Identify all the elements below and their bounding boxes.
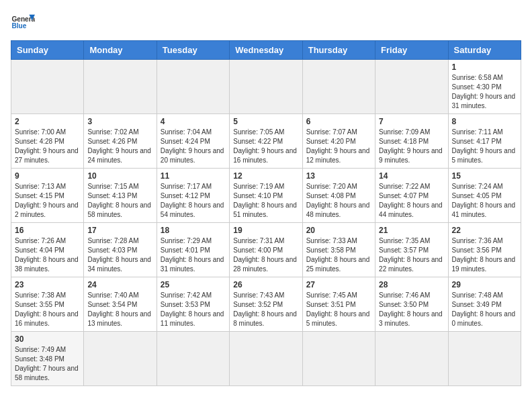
- day-header-monday: Monday: [84, 41, 157, 60]
- day-info: Sunrise: 7:20 AM Sunset: 4:08 PM Dayligh…: [306, 182, 371, 220]
- day-number: 21: [379, 226, 444, 235]
- calendar-cell: 14Sunrise: 7:22 AM Sunset: 4:07 PM Dayli…: [375, 169, 448, 223]
- day-info: Sunrise: 6:58 AM Sunset: 4:30 PM Dayligh…: [452, 73, 517, 111]
- day-info: Sunrise: 7:42 AM Sunset: 3:53 PM Dayligh…: [161, 291, 226, 328]
- calendar-cell: [11, 60, 84, 114]
- day-info: Sunrise: 7:02 AM Sunset: 4:26 PM Dayligh…: [87, 128, 152, 165]
- day-header-tuesday: Tuesday: [157, 41, 229, 60]
- calendar-cell: [84, 60, 157, 114]
- day-number: 12: [233, 171, 298, 181]
- day-number: 5: [233, 117, 298, 126]
- day-info: Sunrise: 7:22 AM Sunset: 4:07 PM Dayligh…: [379, 182, 444, 220]
- day-number: 29: [452, 280, 517, 289]
- day-info: Sunrise: 7:26 AM Sunset: 4:04 PM Dayligh…: [15, 236, 80, 274]
- calendar-cell: 10Sunrise: 7:15 AM Sunset: 4:13 PM Dayli…: [84, 169, 157, 223]
- day-number: 19: [233, 226, 298, 235]
- day-info: Sunrise: 7:48 AM Sunset: 3:49 PM Dayligh…: [452, 291, 517, 328]
- day-info: Sunrise: 7:45 AM Sunset: 3:51 PM Dayligh…: [306, 291, 371, 328]
- calendar-cell: 24Sunrise: 7:40 AM Sunset: 3:54 PM Dayli…: [84, 277, 157, 332]
- calendar-cell: 7Sunrise: 7:09 AM Sunset: 4:18 PM Daylig…: [375, 114, 448, 169]
- calendar-cell: 17Sunrise: 7:28 AM Sunset: 4:03 PM Dayli…: [84, 223, 157, 277]
- day-info: Sunrise: 7:00 AM Sunset: 4:28 PM Dayligh…: [15, 128, 80, 165]
- day-info: Sunrise: 7:43 AM Sunset: 3:52 PM Dayligh…: [233, 291, 298, 328]
- calendar-cell: 27Sunrise: 7:45 AM Sunset: 3:51 PM Dayli…: [302, 277, 375, 332]
- day-info: Sunrise: 7:15 AM Sunset: 4:13 PM Dayligh…: [87, 182, 152, 220]
- day-info: Sunrise: 7:13 AM Sunset: 4:15 PM Dayligh…: [15, 182, 80, 220]
- day-info: Sunrise: 7:11 AM Sunset: 4:17 PM Dayligh…: [452, 128, 517, 165]
- calendar-cell: [230, 60, 302, 114]
- week-row-4: 16Sunrise: 7:26 AM Sunset: 4:04 PM Dayli…: [11, 223, 521, 277]
- day-number: 11: [161, 171, 226, 181]
- calendar-cell: 8Sunrise: 7:11 AM Sunset: 4:17 PM Daylig…: [448, 114, 521, 169]
- day-header-wednesday: Wednesday: [230, 41, 302, 60]
- calendar-cell: [157, 60, 229, 114]
- day-header-friday: Friday: [375, 41, 448, 60]
- day-info: Sunrise: 7:05 AM Sunset: 4:22 PM Dayligh…: [233, 128, 298, 165]
- day-number: 2: [15, 117, 80, 126]
- day-info: Sunrise: 7:19 AM Sunset: 4:10 PM Dayligh…: [233, 182, 298, 220]
- calendar-cell: 21Sunrise: 7:35 AM Sunset: 3:57 PM Dayli…: [375, 223, 448, 277]
- calendar-cell: 16Sunrise: 7:26 AM Sunset: 4:04 PM Dayli…: [11, 223, 84, 277]
- day-info: Sunrise: 7:33 AM Sunset: 3:58 PM Dayligh…: [306, 236, 371, 274]
- calendar-cell: 25Sunrise: 7:42 AM Sunset: 3:53 PM Dayli…: [157, 277, 229, 332]
- calendar-cell: 19Sunrise: 7:31 AM Sunset: 4:00 PM Dayli…: [230, 223, 302, 277]
- week-row-6: 30Sunrise: 7:49 AM Sunset: 3:48 PM Dayli…: [11, 332, 521, 386]
- day-number: 13: [306, 171, 371, 181]
- day-number: 18: [161, 226, 226, 235]
- day-info: Sunrise: 7:31 AM Sunset: 4:00 PM Dayligh…: [233, 236, 298, 274]
- calendar-cell: 28Sunrise: 7:46 AM Sunset: 3:50 PM Dayli…: [375, 277, 448, 332]
- calendar-cell: 13Sunrise: 7:20 AM Sunset: 4:08 PM Dayli…: [302, 169, 375, 223]
- day-number: 28: [379, 280, 444, 289]
- day-info: Sunrise: 7:04 AM Sunset: 4:24 PM Dayligh…: [161, 128, 226, 165]
- day-info: Sunrise: 7:38 AM Sunset: 3:55 PM Dayligh…: [15, 291, 80, 328]
- calendar-cell: 23Sunrise: 7:38 AM Sunset: 3:55 PM Dayli…: [11, 277, 84, 332]
- day-number: 7: [379, 117, 444, 126]
- day-number: 9: [15, 171, 80, 181]
- day-number: 14: [379, 171, 444, 181]
- day-number: 30: [15, 334, 80, 344]
- day-number: 8: [452, 117, 517, 126]
- week-row-3: 9Sunrise: 7:13 AM Sunset: 4:15 PM Daylig…: [11, 169, 521, 223]
- day-number: 27: [306, 280, 371, 289]
- calendar-table: SundayMondayTuesdayWednesdayThursdayFrid…: [11, 40, 521, 386]
- calendar-cell: 6Sunrise: 7:07 AM Sunset: 4:20 PM Daylig…: [302, 114, 375, 169]
- calendar-cell: [302, 332, 375, 386]
- calendar-cell: 12Sunrise: 7:19 AM Sunset: 4:10 PM Dayli…: [230, 169, 302, 223]
- calendar-cell: [157, 332, 229, 386]
- calendar-cell: 22Sunrise: 7:36 AM Sunset: 3:56 PM Dayli…: [448, 223, 521, 277]
- day-number: 26: [233, 280, 298, 289]
- day-number: 10: [87, 171, 152, 181]
- week-row-5: 23Sunrise: 7:38 AM Sunset: 3:55 PM Dayli…: [11, 277, 521, 332]
- day-number: 22: [452, 226, 517, 235]
- calendar-cell: 15Sunrise: 7:24 AM Sunset: 4:05 PM Dayli…: [448, 169, 521, 223]
- calendar-cell: 29Sunrise: 7:48 AM Sunset: 3:49 PM Dayli…: [448, 277, 521, 332]
- calendar-cell: [84, 332, 157, 386]
- day-number: 23: [15, 280, 80, 289]
- day-header-saturday: Saturday: [448, 41, 521, 60]
- day-info: Sunrise: 7:40 AM Sunset: 3:54 PM Dayligh…: [87, 291, 152, 328]
- day-number: 6: [306, 117, 371, 126]
- calendar-cell: 3Sunrise: 7:02 AM Sunset: 4:26 PM Daylig…: [84, 114, 157, 169]
- day-info: Sunrise: 7:49 AM Sunset: 3:48 PM Dayligh…: [15, 345, 80, 383]
- day-number: 17: [87, 226, 152, 235]
- day-number: 4: [161, 117, 226, 126]
- calendar-cell: 26Sunrise: 7:43 AM Sunset: 3:52 PM Dayli…: [230, 277, 302, 332]
- calendar-cell: 20Sunrise: 7:33 AM Sunset: 3:58 PM Dayli…: [302, 223, 375, 277]
- day-info: Sunrise: 7:36 AM Sunset: 3:56 PM Dayligh…: [452, 236, 517, 274]
- calendar-cell: 9Sunrise: 7:13 AM Sunset: 4:15 PM Daylig…: [11, 169, 84, 223]
- day-info: Sunrise: 7:28 AM Sunset: 4:03 PM Dayligh…: [87, 236, 152, 274]
- logo-icon: General Blue: [11, 11, 35, 35]
- calendar-cell: 5Sunrise: 7:05 AM Sunset: 4:22 PM Daylig…: [230, 114, 302, 169]
- day-info: Sunrise: 7:09 AM Sunset: 4:18 PM Dayligh…: [379, 128, 444, 165]
- day-number: 15: [452, 171, 517, 181]
- calendar-cell: 30Sunrise: 7:49 AM Sunset: 3:48 PM Dayli…: [11, 332, 84, 386]
- calendar-cell: [448, 332, 521, 386]
- week-row-2: 2Sunrise: 7:00 AM Sunset: 4:28 PM Daylig…: [11, 114, 521, 169]
- calendar-cell: 18Sunrise: 7:29 AM Sunset: 4:01 PM Dayli…: [157, 223, 229, 277]
- day-number: 24: [87, 280, 152, 289]
- day-number: 25: [161, 280, 226, 289]
- day-info: Sunrise: 7:46 AM Sunset: 3:50 PM Dayligh…: [379, 291, 444, 328]
- header: General Blue: [11, 11, 521, 35]
- header-row: SundayMondayTuesdayWednesdayThursdayFrid…: [11, 41, 521, 60]
- day-number: 1: [452, 62, 517, 72]
